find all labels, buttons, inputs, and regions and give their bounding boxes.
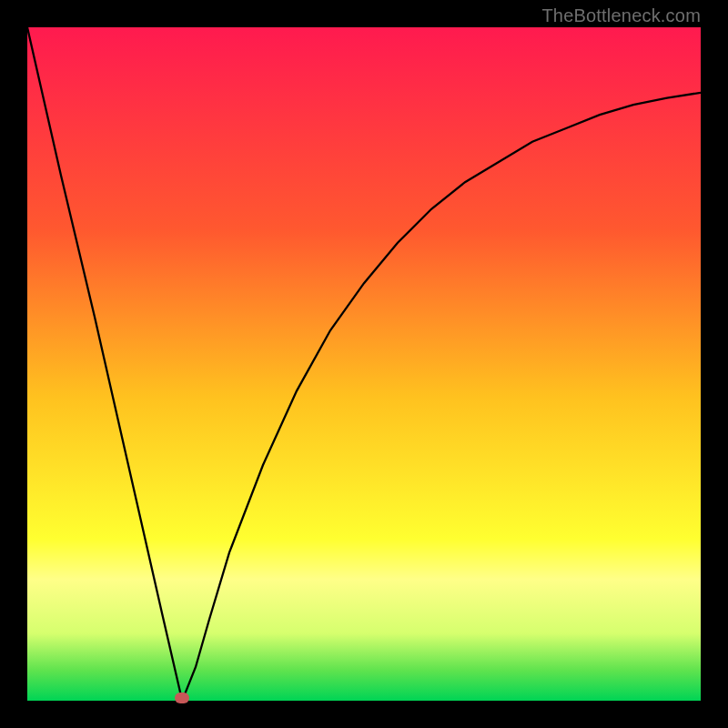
watermark-text: TheBottleneck.com: [541, 5, 701, 26]
curve-layer: [27, 27, 701, 701]
chart-stage: TheBottleneck.com: [0, 0, 728, 728]
minimum-marker: [175, 693, 189, 703]
bottleneck-curve: [27, 27, 701, 701]
plot-area: [27, 27, 701, 701]
